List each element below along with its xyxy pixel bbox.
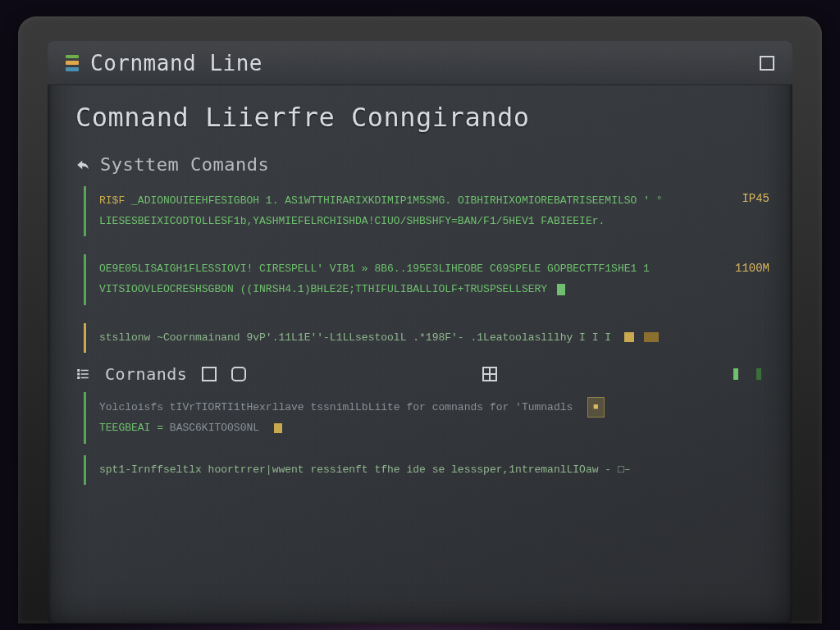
section-system-label: Systtem Comands (100, 154, 269, 175)
app-window: Cornmand Line Comnand Liierfre Conngiran… (48, 41, 792, 623)
svg-rect-1 (77, 373, 80, 376)
section-commands-toolbar: Cornands (75, 364, 765, 384)
share-arrow-icon (75, 158, 90, 172)
desc-text: Yolcloisfs tIVrTIORTI1tHexrllave tssniml… (99, 401, 573, 413)
grid-view-icon[interactable] (482, 367, 497, 381)
chip-amber-icon (624, 332, 634, 342)
svg-rect-2 (77, 377, 80, 379)
chip-dark-icon (644, 332, 659, 342)
stop-square-icon[interactable] (202, 367, 217, 381)
section-system-commands[interactable]: Systtem Comands (75, 154, 765, 175)
desc-key: TEEGBEAI = (99, 422, 163, 434)
commands-prompt-block[interactable]: spt1-Irnffseltlx hoortrrer|wwent ressien… (84, 455, 765, 486)
screen-toggle-icon[interactable] (231, 367, 246, 381)
terminal-block-1[interactable]: IP45 RI$F _ADIONOUIEEHFESIGBOH 1. AS1WTT… (84, 186, 765, 236)
terminal-block-2[interactable]: 1100M OE9E05LISAIGH1FLESSIOVI! CIRESPELL… (84, 254, 765, 304)
section-commands-label: Cornands (105, 364, 187, 384)
terminal-prompt-line[interactable]: stsllonw ~Coornmainand 9vP'.11L1E''-L1LL… (84, 323, 765, 354)
svg-rect-4 (81, 374, 89, 376)
inline-badge: ■ (587, 397, 605, 418)
term-text: _ADIONOUIEEHFESIGBOH 1. AS1WTTHIRARIXKDI… (131, 194, 663, 207)
term-text: VITSIOOVLEOCRESHSGBON ((INRSH4.1)BHLE2E;… (99, 283, 547, 295)
app-icon (66, 55, 79, 71)
side-tag: IP45 (742, 188, 769, 210)
prompt-text: stsllonw ~Coornmainand 9vP'.11L1E''-L1LL… (99, 331, 611, 344)
svg-rect-3 (81, 370, 89, 372)
laptop-frame: Cornmand Line Comnand Liierfre Conngiran… (18, 16, 822, 623)
titlebar[interactable]: Cornmand Line (48, 41, 792, 85)
commands-description-block[interactable]: Yolcloisfs tIVrTIORTI1tHexrllave tssniml… (84, 392, 765, 443)
status-indicator-icon (756, 368, 761, 380)
term-text: LIESESBEIXICODTOLLESF1b,YASHMIEFELRCHISH… (99, 215, 605, 227)
term-text: OE9E05LISAIGH1FLESSIOVI! CIRESPELL' VIB1… (99, 262, 650, 275)
page-title: Comnand Liierfre Conngirando (75, 102, 765, 133)
term-prefix: RI$F (99, 194, 125, 207)
window-title: Cornmand Line (90, 51, 262, 75)
chip-amber-icon (274, 423, 282, 433)
svg-rect-5 (81, 377, 89, 379)
status-indicator-icon (733, 368, 738, 380)
maximize-icon[interactable] (760, 56, 774, 71)
content-area: Comnand Liierfre Conngirando Systtem Com… (48, 85, 792, 623)
desc-val: BASC6KITO0S0NL (170, 422, 259, 434)
screen: Cornmand Line Comnand Liierfre Conngiran… (48, 41, 792, 623)
svg-rect-0 (77, 369, 80, 372)
list-icon (75, 367, 90, 381)
side-number: 1100M (735, 258, 769, 280)
cursor-icon (557, 284, 565, 295)
prompt-text: spt1-Irnffseltlx hoortrrer|wwent ressien… (99, 463, 631, 476)
